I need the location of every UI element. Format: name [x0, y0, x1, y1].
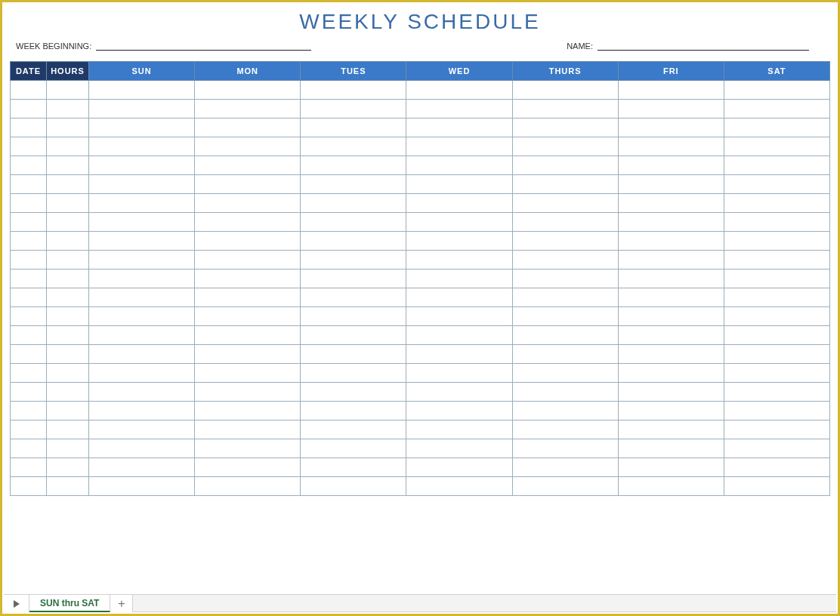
table-cell[interactable]	[47, 213, 89, 232]
table-cell[interactable]	[618, 439, 724, 458]
table-cell[interactable]	[406, 307, 512, 326]
table-cell[interactable]	[11, 156, 47, 175]
table-cell[interactable]	[724, 420, 829, 439]
table-cell[interactable]	[618, 345, 724, 364]
table-cell[interactable]	[618, 119, 724, 137]
table-cell[interactable]	[89, 364, 195, 383]
table-cell[interactable]	[512, 232, 618, 251]
table-cell[interactable]	[406, 288, 512, 307]
table-cell[interactable]	[406, 213, 512, 232]
table-cell[interactable]	[47, 477, 89, 496]
tabs-nav-button[interactable]	[4, 595, 29, 612]
table-cell[interactable]	[47, 345, 89, 364]
table-cell[interactable]	[618, 270, 724, 288]
table-cell[interactable]	[11, 402, 47, 420]
table-cell[interactable]	[512, 402, 618, 420]
table-cell[interactable]	[301, 458, 406, 477]
table-cell[interactable]	[47, 326, 89, 345]
table-cell[interactable]	[618, 420, 724, 439]
table-cell[interactable]	[11, 232, 47, 251]
table-cell[interactable]	[11, 458, 47, 477]
table-cell[interactable]	[195, 326, 301, 345]
table-cell[interactable]	[724, 100, 829, 119]
table-cell[interactable]	[195, 137, 301, 156]
table-cell[interactable]	[724, 458, 829, 477]
table-cell[interactable]	[11, 364, 47, 383]
table-cell[interactable]	[406, 175, 512, 194]
table-cell[interactable]	[724, 137, 829, 156]
table-cell[interactable]	[47, 458, 89, 477]
table-cell[interactable]	[512, 194, 618, 213]
table-cell[interactable]	[406, 402, 512, 420]
table-cell[interactable]	[512, 270, 618, 288]
table-cell[interactable]	[195, 175, 301, 194]
table-cell[interactable]	[47, 383, 89, 402]
table-cell[interactable]	[11, 288, 47, 307]
table-cell[interactable]	[47, 119, 89, 137]
table-cell[interactable]	[512, 458, 618, 477]
table-cell[interactable]	[301, 270, 406, 288]
table-cell[interactable]	[301, 137, 406, 156]
table-cell[interactable]	[724, 439, 829, 458]
table-cell[interactable]	[406, 383, 512, 402]
table-cell[interactable]	[512, 81, 618, 100]
table-cell[interactable]	[724, 175, 829, 194]
table-cell[interactable]	[512, 251, 618, 270]
table-cell[interactable]	[724, 194, 829, 213]
table-cell[interactable]	[89, 270, 195, 288]
table-cell[interactable]	[724, 270, 829, 288]
table-cell[interactable]	[618, 213, 724, 232]
table-cell[interactable]	[11, 307, 47, 326]
table-cell[interactable]	[11, 477, 47, 496]
table-cell[interactable]	[512, 439, 618, 458]
table-cell[interactable]	[301, 439, 406, 458]
table-cell[interactable]	[618, 156, 724, 175]
table-cell[interactable]	[47, 175, 89, 194]
table-cell[interactable]	[195, 251, 301, 270]
table-cell[interactable]	[512, 156, 618, 175]
table-cell[interactable]	[89, 383, 195, 402]
table-cell[interactable]	[724, 326, 829, 345]
table-cell[interactable]	[724, 307, 829, 326]
table-cell[interactable]	[724, 81, 829, 100]
table-cell[interactable]	[512, 100, 618, 119]
table-cell[interactable]	[724, 477, 829, 496]
table-cell[interactable]	[512, 175, 618, 194]
table-cell[interactable]	[195, 420, 301, 439]
table-cell[interactable]	[11, 100, 47, 119]
table-cell[interactable]	[11, 213, 47, 232]
table-cell[interactable]	[47, 156, 89, 175]
table-cell[interactable]	[618, 383, 724, 402]
table-cell[interactable]	[301, 100, 406, 119]
table-cell[interactable]	[195, 439, 301, 458]
table-cell[interactable]	[11, 119, 47, 137]
table-cell[interactable]	[406, 119, 512, 137]
table-cell[interactable]	[89, 213, 195, 232]
table-cell[interactable]	[618, 364, 724, 383]
table-cell[interactable]	[724, 364, 829, 383]
table-cell[interactable]	[301, 156, 406, 175]
table-cell[interactable]	[11, 326, 47, 345]
table-cell[interactable]	[89, 81, 195, 100]
table-cell[interactable]	[89, 175, 195, 194]
table-cell[interactable]	[89, 137, 195, 156]
table-cell[interactable]	[724, 383, 829, 402]
table-cell[interactable]	[512, 326, 618, 345]
table-cell[interactable]	[301, 364, 406, 383]
table-cell[interactable]	[47, 100, 89, 119]
table-cell[interactable]	[301, 307, 406, 326]
table-cell[interactable]	[301, 383, 406, 402]
table-cell[interactable]	[195, 402, 301, 420]
table-cell[interactable]	[618, 326, 724, 345]
table-cell[interactable]	[89, 307, 195, 326]
table-cell[interactable]	[512, 137, 618, 156]
table-cell[interactable]	[47, 232, 89, 251]
table-cell[interactable]	[89, 232, 195, 251]
table-cell[interactable]	[301, 420, 406, 439]
table-cell[interactable]	[512, 364, 618, 383]
table-cell[interactable]	[11, 175, 47, 194]
table-cell[interactable]	[11, 137, 47, 156]
table-cell[interactable]	[406, 232, 512, 251]
table-cell[interactable]	[512, 420, 618, 439]
table-cell[interactable]	[406, 477, 512, 496]
